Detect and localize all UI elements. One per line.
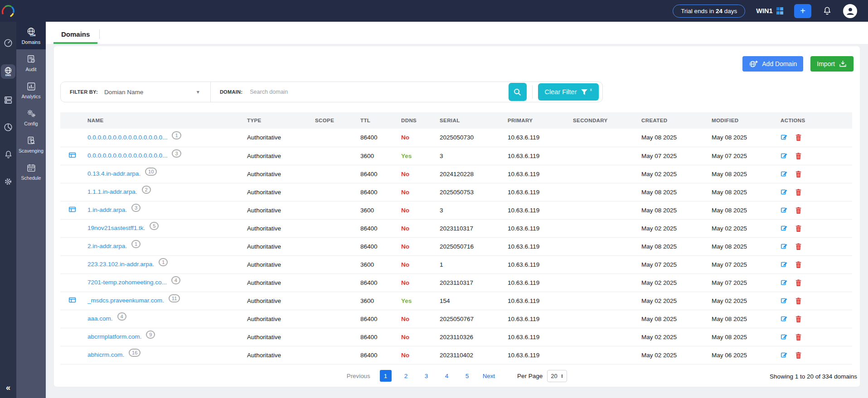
settings-app-button[interactable] xyxy=(2,176,14,187)
delete-domain-button[interactable] xyxy=(795,243,802,250)
edit-domain-button[interactable] xyxy=(781,351,788,359)
domain-name-link[interactable]: 1.in-addr.arpa. xyxy=(87,206,127,213)
plus-icon: + xyxy=(800,6,805,15)
dns-app-button[interactable]: DNS xyxy=(1,64,15,79)
server-icon xyxy=(3,95,13,105)
delete-domain-button[interactable] xyxy=(795,152,802,160)
edit-domain-button[interactable] xyxy=(781,279,788,287)
table-row: abcrmplatform.com.9 Authoritative 86400 … xyxy=(60,328,852,346)
domain-name-link[interactable]: _msdcs.praveenkumar.com. xyxy=(87,297,164,304)
edit-domain-button[interactable] xyxy=(781,243,788,250)
delete-domain-button[interactable] xyxy=(795,279,802,287)
delete-domain-button[interactable] xyxy=(795,351,802,359)
ddns-value: Yes xyxy=(401,153,412,159)
scope-value xyxy=(311,237,357,255)
sidebar-item-config[interactable]: Config xyxy=(16,104,46,131)
edit-domain-button[interactable] xyxy=(781,170,788,178)
delete-domain-button[interactable] xyxy=(795,188,802,196)
trial-banner[interactable]: Trial ends in 24 days xyxy=(673,5,745,18)
next-page-button[interactable]: Next xyxy=(483,373,495,379)
ddns-value: No xyxy=(401,225,409,232)
edit-domain-button[interactable] xyxy=(781,315,788,323)
domain-name-link[interactable]: aaa.com. xyxy=(87,315,113,322)
edit-domain-button[interactable] xyxy=(781,188,788,196)
table-row: _msdcs.praveenkumar.com.11 Authoritative… xyxy=(60,292,852,310)
sidebar-item-domains[interactable]: COM Domains xyxy=(16,22,46,49)
record-count-badge: 3 xyxy=(172,149,181,158)
add-domain-button[interactable]: Add Domain xyxy=(742,56,803,72)
domain-name-link[interactable]: 7201-temp.zohomeeting.co... xyxy=(87,279,167,286)
record-count-badge: 11 xyxy=(169,294,180,302)
page-number-button[interactable]: 4 xyxy=(441,370,453,382)
column-header: PRIMARY xyxy=(504,112,569,129)
sidebar-item-analytics[interactable]: Analytics xyxy=(16,77,46,104)
page-number-button[interactable]: 2 xyxy=(400,370,412,382)
collapse-sidebar-button[interactable]: « xyxy=(6,383,10,393)
ttl-value: 86400 xyxy=(357,237,398,255)
domain-name-link[interactable]: abcrmplatform.com. xyxy=(87,333,141,340)
delete-domain-button[interactable] xyxy=(795,170,802,178)
primary-value: 10.63.6.119 xyxy=(504,292,569,310)
record-count-badge: 9 xyxy=(146,331,155,339)
page-number-button[interactable]: 5 xyxy=(461,370,473,382)
per-page-select[interactable]: 20 ▲▼ xyxy=(547,370,567,382)
domain-name-link[interactable]: 0.0.0.0.0.0.0.0.0.0.0.0.0.0.0... xyxy=(87,152,167,159)
reports-app-button[interactable] xyxy=(2,121,14,133)
domain-name-link[interactable]: 2.in-addr.arpa. xyxy=(87,243,127,249)
type-value: Authoritative xyxy=(243,165,311,183)
edit-domain-button[interactable] xyxy=(781,333,788,341)
sidebar-item-schedule[interactable]: Schedule xyxy=(16,158,46,185)
column-header: CREATED xyxy=(638,112,708,129)
edit-domain-button[interactable] xyxy=(781,152,788,160)
delete-domain-button[interactable] xyxy=(795,297,802,305)
delete-domain-button[interactable] xyxy=(795,225,802,232)
edit-domain-button[interactable] xyxy=(781,206,788,214)
servers-app-button[interactable] xyxy=(2,94,14,106)
sidebar-item-scavenging[interactable]: Scavenging xyxy=(16,131,46,158)
domain-name-link[interactable]: 0.13.4.in-addr.arpa. xyxy=(87,170,141,177)
sidebar-item-audit[interactable]: Audit xyxy=(16,49,46,77)
delete-domain-button[interactable] xyxy=(795,206,802,214)
search-button[interactable] xyxy=(509,83,527,101)
domain-name-link[interactable]: 19nov21sastestff1.tk. xyxy=(87,225,145,231)
user-avatar[interactable] xyxy=(843,4,857,18)
scope-value xyxy=(311,310,357,328)
per-page-label: Per Page xyxy=(517,373,543,379)
ddns-value: No xyxy=(401,134,409,141)
add-new-button[interactable]: + xyxy=(794,4,811,18)
column-header: SCOPE xyxy=(311,112,357,129)
clear-filter-button[interactable]: Clear Filter x xyxy=(538,83,599,101)
previous-page-button[interactable]: Previous xyxy=(347,373,370,379)
type-value: Authoritative xyxy=(243,346,311,364)
per-page-value: 20 xyxy=(551,373,557,379)
type-value: Authoritative xyxy=(243,183,311,201)
modified-value: May 08 2025 xyxy=(708,237,777,255)
page-number-button[interactable]: 1 xyxy=(380,370,392,382)
filter-by-dropdown[interactable]: Domian Name ▾ xyxy=(104,89,199,96)
domain-name-link[interactable]: 0.0.0.0.0.0.0.0.0.0.0.0.0.0.0... xyxy=(87,134,167,141)
edit-domain-button[interactable] xyxy=(781,261,788,269)
domain-name-link[interactable]: 223.23.102.in-addr.arpa. xyxy=(87,261,154,268)
domain-name-link[interactable]: abhicrm.com. xyxy=(87,351,124,358)
delete-domain-button[interactable] xyxy=(795,261,802,269)
search-input[interactable] xyxy=(249,88,508,96)
scavenging-doc-search-icon xyxy=(26,136,36,146)
page-number-button[interactable]: 3 xyxy=(421,370,432,382)
edit-domain-button[interactable] xyxy=(781,134,788,141)
column-header: SECONDARY xyxy=(569,112,638,129)
tab-domains[interactable]: Domains xyxy=(53,30,97,44)
server-selector[interactable]: WIN1 xyxy=(756,7,783,14)
notifications-button[interactable] xyxy=(822,6,832,16)
edit-domain-button[interactable] xyxy=(781,225,788,232)
delete-domain-button[interactable] xyxy=(795,333,802,341)
edit-domain-button[interactable] xyxy=(781,297,788,305)
domain-name-link[interactable]: 1.1.1.in-addr.arpa. xyxy=(87,188,137,195)
dashboard-app-button[interactable] xyxy=(2,37,14,49)
delete-domain-button[interactable] xyxy=(795,315,802,323)
delete-domain-button[interactable] xyxy=(795,134,802,141)
filter-bar: FILTER BY: Domian Name ▾ DOMAIN: xyxy=(60,82,603,102)
dns-globe-icon: DNS xyxy=(3,66,14,77)
import-button[interactable]: Import xyxy=(810,56,853,72)
alerts-app-button[interactable] xyxy=(2,149,14,160)
table-header-row: NAMETYPESCOPETTLDDNSSERIALPRIMARYSECONDA… xyxy=(60,112,852,129)
